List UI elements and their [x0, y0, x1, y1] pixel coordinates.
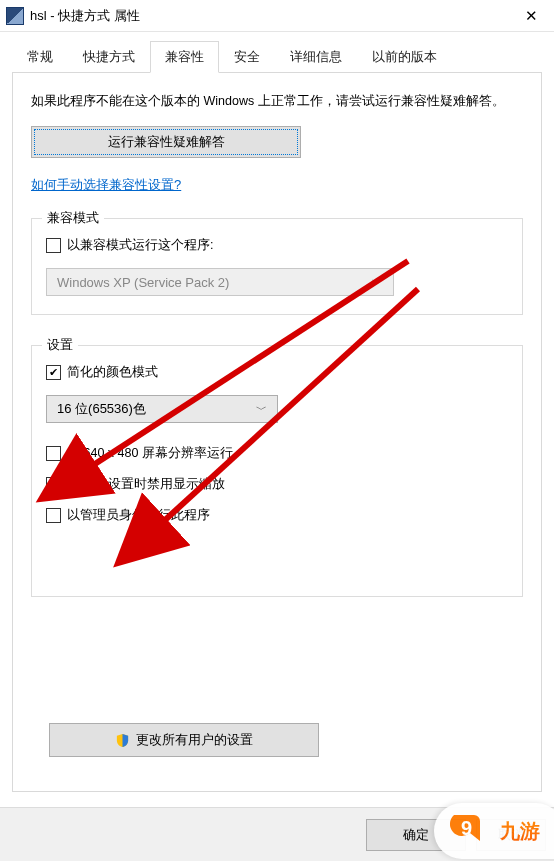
dialog-footer: 确定 取消: [0, 807, 554, 861]
close-button[interactable]: ✕: [508, 0, 554, 32]
manual-settings-link[interactable]: 如何手动选择兼容性设置?: [31, 176, 181, 194]
highdpi-checkbox[interactable]: [46, 477, 61, 492]
change-all-users-button[interactable]: 更改所有用户的设置: [49, 723, 319, 757]
compatibility-panel: 如果此程序不能在这个版本的 Windows 上正常工作，请尝试运行兼容性疑难解答…: [12, 72, 542, 792]
cancel-label: 取消: [498, 827, 524, 842]
color-mode-value: 16 位(65536)色: [57, 400, 146, 418]
reduced-color-label: 简化的颜色模式: [67, 364, 158, 381]
tab-security[interactable]: 安全: [219, 41, 275, 73]
ok-label: 确定: [403, 827, 429, 842]
run-troubleshooter-button[interactable]: 运行兼容性疑难解答: [31, 126, 301, 158]
tab-shortcut[interactable]: 快捷方式: [68, 41, 150, 73]
troubleshoot-label: 运行兼容性疑难解答: [108, 134, 225, 149]
compat-os-value: Windows XP (Service Pack 2): [57, 275, 229, 290]
close-icon: ✕: [525, 7, 538, 25]
settings-title: 设置: [42, 336, 78, 354]
compat-os-dropdown[interactable]: Windows XP (Service Pack 2) ﹀: [46, 268, 394, 296]
ok-button[interactable]: 确定: [366, 819, 466, 851]
compat-mode-title: 兼容模式: [42, 209, 104, 227]
chevron-down-icon: ﹀: [256, 402, 267, 417]
runadmin-label: 以管理员身份运行此程序: [67, 507, 210, 524]
tab-strip: 常规 快捷方式 兼容性 安全 详细信息 以前的版本: [0, 32, 554, 72]
tab-details[interactable]: 详细信息: [275, 41, 357, 73]
app-icon: [6, 7, 24, 25]
compat-mode-label: 以兼容模式运行这个程序:: [67, 237, 213, 254]
res640-checkbox[interactable]: [46, 446, 61, 461]
reduced-color-checkbox[interactable]: ✔: [46, 365, 61, 380]
settings-group: 设置 ✔ 简化的颜色模式 16 位(65536)色 ﹀ 用 640 x 480 …: [31, 345, 523, 597]
res640-label: 用 640 x 480 屏幕分辨率运行: [67, 445, 233, 462]
window-title: hsl - 快捷方式 属性: [30, 7, 508, 25]
compat-intro-text: 如果此程序不能在这个版本的 Windows 上正常工作，请尝试运行兼容性疑难解答…: [31, 91, 523, 112]
tab-general[interactable]: 常规: [12, 41, 68, 73]
color-mode-dropdown[interactable]: 16 位(65536)色 ﹀: [46, 395, 278, 423]
compat-mode-group: 兼容模式 以兼容模式运行这个程序: Windows XP (Service Pa…: [31, 218, 523, 315]
shield-icon: [115, 733, 130, 748]
change-all-label: 更改所有用户的设置: [136, 731, 253, 749]
compat-mode-checkbox[interactable]: [46, 238, 61, 253]
chevron-down-icon: ﹀: [372, 275, 383, 290]
runadmin-checkbox[interactable]: [46, 508, 61, 523]
cancel-button[interactable]: 取消: [476, 819, 546, 851]
highdpi-label: 高 DPI 设置时禁用显示缩放: [67, 476, 225, 493]
tab-previous-versions[interactable]: 以前的版本: [357, 41, 452, 73]
tab-compatibility[interactable]: 兼容性: [150, 41, 219, 73]
